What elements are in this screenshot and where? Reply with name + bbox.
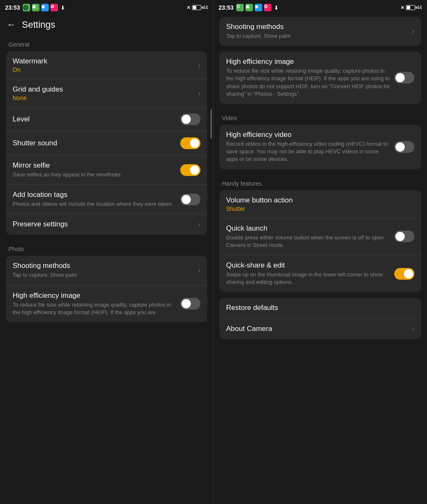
quick-share-title: Quick-share & edit [226, 261, 390, 270]
hevc-row: High efficiency video Record videos in t… [219, 125, 421, 169]
volume-button-row[interactable]: Volume button action Shutter [219, 190, 421, 218]
quick-share-toggle[interactable] [394, 268, 414, 280]
heif-title-right: High efficiency image [226, 58, 390, 66]
app-icon-3: ✿ [50, 4, 58, 11]
level-toggle[interactable] [180, 113, 200, 125]
shooting-methods-chevron-right: › [412, 27, 414, 36]
status-icons-right: ⚙ ▣ ◉ ✿ ⬇ [236, 4, 280, 11]
grid-guides-row[interactable]: Grid and guides None › [6, 79, 207, 108]
status-right-left: ✕ 44 [187, 5, 208, 10]
grid-guides-title: Grid and guides [13, 85, 194, 94]
section-label-video: Video [219, 110, 421, 125]
quick-launch-title: Quick launch [226, 224, 390, 233]
preserve-settings-title: Preserve settings [13, 220, 194, 228]
heif-subtitle-right: To reduce file size while retaining imag… [226, 67, 390, 98]
about-camera-chevron: › [412, 325, 414, 333]
app-icon-1: ▣ [32, 4, 40, 11]
heif-row-right: High efficiency image To reduce file siz… [219, 52, 421, 104]
scroll-indicator [211, 109, 212, 139]
location-tags-subtitle: Photos and videos will include the locat… [13, 200, 176, 208]
shooting-methods-row-right[interactable]: Shooting methods Tap to capture, Show pa… [219, 17, 421, 46]
watermark-chevron: › [198, 61, 200, 70]
location-tags-title: Add location tags [13, 191, 176, 199]
location-tags-toggle[interactable] [180, 194, 200, 205]
right-shooting-card: Shooting methods Tap to capture, Show pa… [219, 17, 421, 46]
location-tags-row: Add location tags Photos and videos will… [6, 185, 207, 214]
hevc-subtitle: Record videos in the high-efficiency vid… [226, 140, 390, 163]
watermark-value: On [13, 66, 194, 73]
bottom-card: Restore defaults About Camera › [219, 298, 421, 339]
mirror-selfie-title: Mirror selfie [13, 161, 176, 170]
photo-card: Shooting methods Tap to capture, Show pa… [6, 256, 207, 322]
mirror-selfie-toggle[interactable] [180, 164, 200, 176]
mirror-selfie-subtitle: Save selfies as they appear in the viewf… [13, 171, 176, 178]
app-icon-2-right: ◉ [255, 4, 262, 11]
volume-button-value: Shutter [226, 205, 410, 212]
level-title: Level [13, 115, 176, 123]
grid-guides-chevron: › [198, 89, 200, 98]
right-scroll-content: Shooting methods Tap to capture, Show pa… [214, 15, 427, 504]
quick-launch-toggle[interactable] [394, 231, 414, 242]
preserve-settings-row[interactable]: Preserve settings › [6, 214, 207, 235]
high-efficiency-image-row-left: High efficiency image To reduce file siz… [6, 286, 207, 322]
level-row: Level [6, 108, 207, 131]
section-label-handy: Handy features [219, 175, 421, 190]
video-card: High efficiency video Record videos in t… [219, 125, 421, 169]
x-icon-left: ✕ [187, 5, 190, 10]
about-camera-row[interactable]: About Camera › [219, 319, 421, 339]
hevc-title: High efficiency video [226, 131, 390, 139]
status-time-right: 23:53 [219, 4, 234, 11]
shooting-methods-row-left[interactable]: Shooting methods Tap to capture, Show pa… [6, 256, 207, 285]
left-scroll-content: General Watermark On › Grid and guides N… [0, 36, 213, 504]
shooting-methods-subtitle-right: Tap to capture, Show palm [226, 32, 408, 40]
right-panel: 23:53 ⚙ ▣ ◉ ✿ ⬇ ✕ 44 Shooting methods [214, 0, 427, 504]
grid-guides-value: None [13, 94, 194, 101]
x-icon-right: ✕ [401, 5, 404, 10]
back-button[interactable]: ← [7, 19, 16, 30]
download-icon-right: ⬇ [273, 4, 280, 11]
watermark-row[interactable]: Watermark On › [6, 51, 207, 79]
shutter-sound-row: Shutter sound [6, 131, 207, 155]
app-icon-3-right: ✿ [264, 4, 271, 11]
general-card: Watermark On › Grid and guides None › Le… [6, 51, 207, 235]
watermark-title: Watermark [13, 57, 194, 66]
battery-left: 44 [192, 5, 208, 10]
section-label-photo: Photo [6, 241, 207, 256]
restore-defaults-row[interactable]: Restore defaults [219, 298, 421, 319]
page-title: Settings [22, 19, 55, 30]
shutter-sound-toggle[interactable] [180, 137, 200, 149]
app-icon-1-right: ▣ [245, 4, 253, 11]
quick-launch-subtitle: Double press either volume button when t… [226, 234, 390, 249]
status-time-left: 23:53 [5, 4, 20, 11]
shooting-methods-subtitle-left: Tap to capture, Show palm [13, 271, 194, 279]
download-icon: ⬇ [60, 4, 66, 11]
status-bar-right: 23:53 ⚙ ▣ ◉ ✿ ⬇ ✕ 44 [214, 0, 427, 15]
section-label-general: General [6, 36, 207, 51]
status-bar-left: 23:53 ⚙ ▣ ◉ ✿ ⬇ ✕ 44 [0, 0, 213, 15]
hevc-toggle[interactable] [394, 141, 414, 153]
shutter-sound-title: Shutter sound [13, 139, 176, 147]
battery-right: 44 [406, 5, 422, 10]
gear-icon-right: ⚙ [236, 4, 244, 11]
status-right-right: ✕ 44 [401, 5, 422, 10]
app-icon-2: ◉ [41, 4, 49, 11]
handy-card: Volume button action Shutter Quick launc… [219, 190, 421, 292]
shooting-methods-title-right: Shooting methods [226, 23, 408, 31]
high-efficiency-image-subtitle-left: To reduce file size while retaining imag… [13, 301, 176, 316]
left-panel: 23:53 ⚙ ▣ ◉ ✿ ⬇ ✕ 44 ← Settings General [0, 0, 214, 504]
mirror-selfie-row: Mirror selfie Save selfies as they appea… [6, 155, 207, 185]
shooting-methods-chevron-left: › [198, 266, 200, 275]
high-efficiency-image-toggle-left[interactable] [180, 298, 200, 310]
status-icons-left: ⚙ ▣ ◉ ✿ ⬇ [23, 4, 66, 11]
quick-launch-row: Quick launch Double press either volume … [219, 218, 421, 255]
gear-icon: ⚙ [23, 4, 30, 11]
right-heif-card: High efficiency image To reduce file siz… [219, 52, 421, 104]
quick-share-row: Quick-share & edit Swipe up on the thumb… [219, 255, 421, 292]
restore-defaults-title: Restore defaults [226, 304, 410, 312]
shooting-methods-title-left: Shooting methods [13, 262, 194, 270]
preserve-settings-chevron: › [198, 220, 200, 229]
about-camera-title: About Camera [226, 325, 408, 333]
page-header: ← Settings [0, 15, 213, 36]
heif-toggle-right[interactable] [394, 72, 414, 84]
quick-share-subtitle: Swipe up on the thumbnail image in the l… [226, 271, 390, 286]
